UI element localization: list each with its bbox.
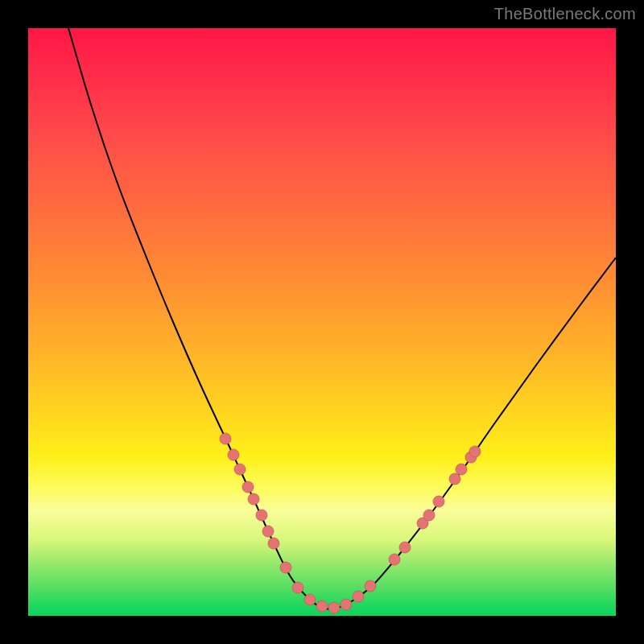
plot-area bbox=[28, 28, 616, 616]
data-point-marker bbox=[389, 554, 400, 565]
data-point-marker bbox=[228, 449, 239, 460]
data-point-marker bbox=[256, 510, 267, 521]
chart-frame: TheBottleneck.com bbox=[0, 0, 644, 644]
marker-group bbox=[220, 433, 481, 613]
data-point-marker bbox=[469, 446, 481, 457]
data-point-marker bbox=[234, 464, 246, 475]
data-point-marker bbox=[220, 433, 231, 444]
data-point-marker bbox=[423, 510, 435, 521]
data-point-marker bbox=[456, 464, 467, 475]
data-point-marker bbox=[316, 601, 328, 612]
data-point-marker bbox=[248, 493, 259, 505]
data-point-marker bbox=[365, 580, 376, 592]
bottleneck-curve-path bbox=[68, 28, 616, 609]
data-point-marker bbox=[353, 591, 364, 602]
data-point-marker bbox=[449, 473, 460, 485]
bottleneck-curve-svg bbox=[28, 28, 616, 616]
data-point-marker bbox=[262, 526, 274, 537]
data-point-marker bbox=[292, 582, 303, 593]
data-point-marker bbox=[304, 594, 316, 605]
data-point-marker bbox=[242, 481, 254, 493]
data-point-marker bbox=[341, 599, 352, 610]
data-point-marker bbox=[268, 538, 279, 549]
data-point-marker bbox=[399, 542, 411, 553]
data-point-marker bbox=[280, 562, 291, 573]
data-point-marker bbox=[328, 602, 340, 613]
watermark-text: TheBottleneck.com bbox=[494, 5, 636, 23]
data-point-marker bbox=[433, 496, 444, 507]
